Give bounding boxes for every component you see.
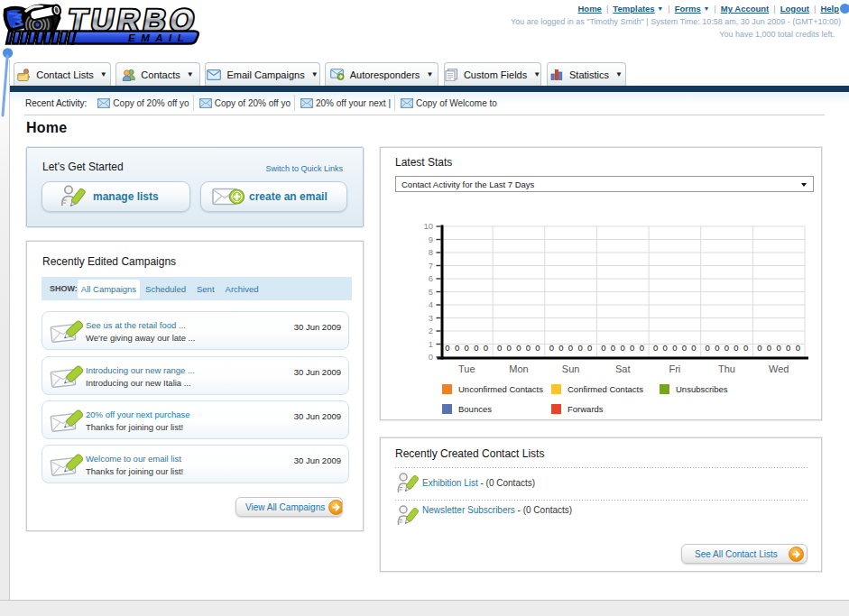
svg-text:Thu: Thu	[718, 363, 735, 374]
svg-text:0: 0	[601, 343, 605, 353]
svg-text:0: 0	[558, 343, 563, 353]
svg-text:0: 0	[672, 343, 677, 353]
svg-text:2: 2	[429, 326, 433, 336]
svg-text:6: 6	[429, 273, 433, 283]
svg-text:Fri: Fri	[669, 363, 680, 374]
svg-text:10: 10	[423, 221, 433, 231]
svg-text:0: 0	[757, 343, 761, 353]
svg-text:0: 0	[640, 343, 644, 353]
svg-text:0: 0	[724, 343, 729, 353]
svg-text:0: 0	[549, 343, 554, 353]
svg-text:0: 0	[535, 343, 540, 353]
svg-text:Mon: Mon	[509, 363, 528, 374]
svg-text:5: 5	[429, 287, 433, 297]
svg-text:4: 4	[429, 299, 433, 309]
svg-text:Sat: Sat	[615, 363, 631, 374]
svg-text:3: 3	[429, 313, 433, 323]
svg-text:0: 0	[429, 352, 433, 362]
svg-text:9: 9	[429, 234, 433, 244]
svg-text:0: 0	[630, 343, 634, 353]
svg-text:Wed: Wed	[769, 363, 789, 374]
svg-text:0: 0	[445, 343, 449, 353]
svg-text:0: 0	[484, 343, 488, 353]
svg-text:0: 0	[653, 343, 658, 353]
svg-text:0: 0	[620, 343, 624, 353]
svg-text:0: 0	[706, 343, 710, 353]
svg-text:0: 0	[497, 343, 502, 353]
svg-text:0: 0	[682, 343, 687, 353]
svg-text:Tue: Tue	[458, 363, 475, 374]
svg-text:0: 0	[577, 343, 582, 353]
svg-text:1: 1	[429, 339, 433, 349]
svg-text:0: 0	[507, 343, 512, 353]
svg-text:0: 0	[734, 343, 738, 353]
svg-text:0: 0	[715, 343, 719, 353]
svg-text:0: 0	[474, 343, 478, 353]
svg-text:EMAIL: EMAIL	[128, 32, 189, 43]
svg-text:0: 0	[465, 343, 469, 353]
svg-text:0: 0	[526, 343, 531, 353]
svg-text:8: 8	[429, 247, 433, 257]
svg-text:0: 0	[776, 343, 780, 353]
svg-text:0: 0	[587, 343, 592, 353]
svg-text:7: 7	[429, 261, 433, 271]
svg-text:0: 0	[786, 343, 790, 353]
svg-text:0: 0	[611, 343, 615, 353]
svg-text:0: 0	[796, 343, 800, 353]
svg-text:0: 0	[455, 343, 459, 353]
svg-text:0: 0	[767, 343, 771, 353]
svg-text:0: 0	[568, 343, 573, 353]
svg-text:0: 0	[663, 343, 668, 353]
svg-text:0: 0	[743, 343, 748, 353]
svg-text:0: 0	[691, 343, 696, 353]
svg-text:0: 0	[516, 343, 521, 353]
svg-text:Sun: Sun	[562, 363, 580, 374]
